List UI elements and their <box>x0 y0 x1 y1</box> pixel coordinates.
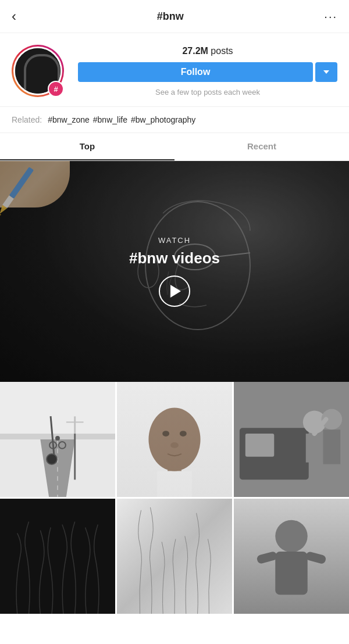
photo-2 <box>234 382 349 497</box>
photo-5 <box>234 499 349 614</box>
svg-rect-36 <box>117 499 232 614</box>
follow-row: Follow <box>78 62 337 82</box>
svg-rect-29 <box>245 434 275 457</box>
posts-label-text: posts <box>211 46 233 56</box>
svg-rect-31 <box>306 434 323 463</box>
svg-rect-33 <box>323 430 340 464</box>
related-tag-1[interactable]: #bnw_life <box>93 115 127 124</box>
avatar-container: # <box>12 45 64 97</box>
svg-rect-35 <box>0 499 115 614</box>
video-overlay: WATCH #bnw videos <box>0 161 349 382</box>
play-button[interactable] <box>159 276 190 307</box>
menu-button[interactable]: ··· <box>324 10 337 23</box>
photo-grid <box>0 382 349 614</box>
chevron-down-icon <box>323 70 329 74</box>
header: ‹ #bnw ··· <box>0 0 349 33</box>
tabs: Top Recent <box>0 133 349 161</box>
video-banner[interactable]: WATCH #bnw videos <box>0 161 349 382</box>
related-tag-0[interactable]: #bnw_zone <box>48 115 90 124</box>
related-section: Related: #bnw_zone #bnw_life #bw_photogr… <box>0 106 349 133</box>
watch-hashtag: #bnw videos <box>129 249 220 267</box>
hashtag-badge: # <box>48 81 64 97</box>
play-icon <box>170 285 181 298</box>
photo-0 <box>0 382 115 497</box>
back-button[interactable]: ‹ <box>12 8 16 24</box>
grid-item-4[interactable] <box>117 499 232 614</box>
grid-item-5[interactable] <box>234 499 349 614</box>
follow-button[interactable]: Follow <box>78 62 313 82</box>
follow-dropdown-button[interactable] <box>315 62 337 82</box>
photo-1 <box>117 382 232 497</box>
svg-point-12 <box>55 436 60 441</box>
page-title: #bnw <box>157 10 184 23</box>
grid-item-0[interactable] <box>0 382 115 497</box>
profile-info: 27.2M posts Follow See a few top posts e… <box>78 46 337 96</box>
posts-count: 27.2M posts <box>78 46 337 56</box>
related-tag-2[interactable]: #bw_photography <box>131 115 195 124</box>
profile-section: # 27.2M posts Follow See a few top posts… <box>0 33 349 106</box>
grid-item-3[interactable] <box>0 499 115 614</box>
tab-recent[interactable]: Recent <box>174 133 349 160</box>
grid-item-2[interactable] <box>234 382 349 497</box>
watch-label: WATCH <box>158 236 191 245</box>
photo-4 <box>117 499 232 614</box>
tab-top[interactable]: Top <box>0 133 174 160</box>
posts-number: 27.2M <box>182 46 208 56</box>
grid-item-1[interactable] <box>117 382 232 497</box>
related-label: Related: <box>12 115 42 124</box>
photo-3 <box>0 499 115 614</box>
svg-rect-39 <box>275 552 307 595</box>
related-tags-row: Related: #bnw_zone #bnw_life #bw_photogr… <box>12 115 337 124</box>
follow-subtitle: See a few top posts each week <box>78 88 337 96</box>
svg-point-38 <box>275 520 307 552</box>
svg-rect-26 <box>117 382 232 497</box>
svg-rect-17 <box>0 382 115 434</box>
